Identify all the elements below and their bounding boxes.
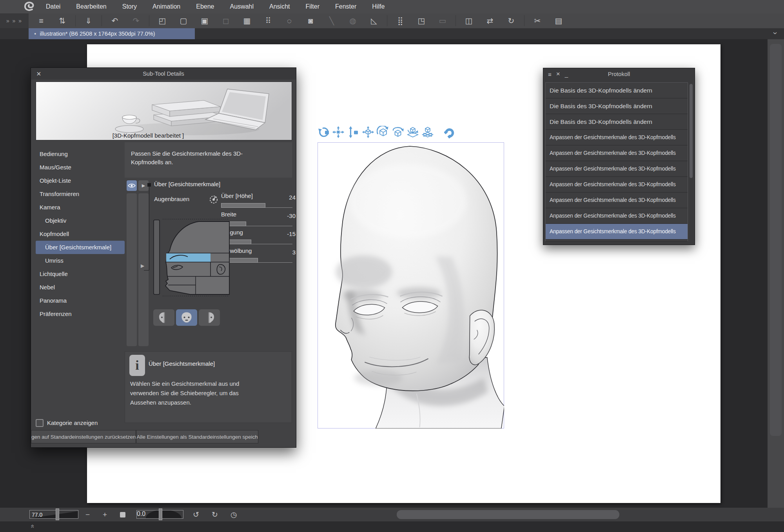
- zoom-slider[interactable]: 77.0: [29, 510, 78, 519]
- halftone-add-icon[interactable]: ⣿: [390, 13, 411, 28]
- menu-story[interactable]: Story: [114, 3, 145, 10]
- line-icon[interactable]: ╲: [321, 13, 342, 28]
- save-defaults-button[interactable]: Alle Einstellungen als Standardeinstellu…: [136, 430, 258, 443]
- sidebar-item-ueber-gesichtsmerkmale[interactable]: Über [Gesichtsmerkmale]: [36, 241, 125, 254]
- expand-column-track[interactable]: [138, 193, 149, 346]
- snap-magnet-icon[interactable]: [444, 125, 457, 139]
- sidebar-item-panorama[interactable]: Panorama: [36, 294, 125, 307]
- visibility-toggle-button[interactable]: [127, 180, 137, 191]
- glow-icon[interactable]: ◍: [342, 13, 363, 28]
- 3d-head-model[interactable]: [318, 142, 504, 429]
- menu-animation[interactable]: Animation: [145, 3, 188, 10]
- rotate-right-button[interactable]: ↻: [212, 508, 218, 521]
- sidebar-item-praeferenzen[interactable]: Präferenzen: [36, 307, 125, 321]
- camera-zoom-icon[interactable]: [347, 125, 360, 139]
- sidebar-item-umriss[interactable]: Umriss: [36, 254, 125, 267]
- head-profile-diagram[interactable]: [152, 215, 231, 298]
- ruler-icon[interactable]: ◺: [363, 13, 385, 28]
- history-item[interactable]: Anpassen der Gesichtsmerkmale des 3D-Kop…: [546, 208, 688, 224]
- sidebar-item-nebel[interactable]: Nebel: [36, 281, 125, 294]
- flip-horizontal-icon[interactable]: ◫: [458, 13, 479, 28]
- face-left-button[interactable]: [153, 309, 174, 326]
- history-scrollbar[interactable]: [690, 84, 693, 241]
- sidebar-item-objektiv[interactable]: Objektiv: [36, 214, 125, 227]
- export-icon[interactable]: ⇓: [78, 13, 99, 28]
- history-item[interactable]: Die Basis des 3D-Kopfmodells ändern: [546, 83, 688, 98]
- transform-icon[interactable]: ◻: [215, 13, 236, 28]
- fit-view-button[interactable]: [120, 512, 125, 517]
- undo-icon[interactable]: ↶: [104, 13, 125, 28]
- rotate-slider[interactable]: 0.0: [136, 510, 183, 519]
- menu-ebene[interactable]: Ebene: [188, 3, 222, 10]
- mask-icon[interactable]: ◙: [300, 13, 321, 28]
- rotate-slider-handle[interactable]: [159, 508, 162, 520]
- object-rotate-y-icon[interactable]: [391, 125, 405, 139]
- menu-bearbeiten[interactable]: Bearbeiten: [68, 3, 114, 10]
- folder-transfer-icon[interactable]: ▭: [432, 13, 453, 28]
- horizontal-scrollbar-thumb[interactable]: [397, 510, 619, 519]
- face-right-button[interactable]: [199, 309, 220, 326]
- menu-ansicht[interactable]: Ansicht: [261, 3, 298, 10]
- zoom-in-button[interactable]: +: [103, 508, 107, 521]
- slider-track[interactable]: [221, 222, 292, 226]
- column-play-icon[interactable]: ▶: [141, 263, 144, 269]
- menu-datei[interactable]: Datei: [38, 3, 68, 10]
- reset-defaults-button[interactable]: gen auf Standardeinstellungen zurücksetz…: [31, 430, 136, 443]
- menu-fenster[interactable]: Fenster: [327, 3, 364, 10]
- camera-pan-icon[interactable]: [332, 125, 345, 139]
- sidebar-item-objekt-liste[interactable]: Objekt-Liste: [36, 174, 125, 187]
- swap-canvas-icon[interactable]: ⇄: [479, 13, 501, 28]
- object-move-icon[interactable]: [361, 125, 375, 139]
- clipboard-icon[interactable]: ▤: [548, 13, 569, 28]
- paste-selection-icon[interactable]: ◳: [411, 13, 432, 28]
- object-rotate-icon[interactable]: [376, 125, 390, 139]
- collapse-panel-chevron-icon[interactable]: »: [28, 525, 36, 528]
- main-menu-icon[interactable]: ≡: [31, 13, 52, 28]
- visibility-column-track[interactable]: [127, 193, 137, 346]
- face-front-button[interactable]: [176, 309, 197, 326]
- zoom-slider-handle[interactable]: [56, 508, 59, 520]
- history-item[interactable]: Anpassen der Gesichtsmerkmale des 3D-Kop…: [546, 192, 688, 208]
- sidebar-item-kopfmodell[interactable]: Kopfmodell: [36, 227, 125, 241]
- grid-icon[interactable]: ▦: [236, 13, 258, 28]
- history-item[interactable]: Anpassen der Gesichtsmerkmale des 3D-Kop…: [546, 145, 688, 161]
- sidebar-item-kamera[interactable]: Kamera: [36, 201, 125, 214]
- history-item[interactable]: Anpassen der Gesichtsmerkmale des 3D-Kop…: [546, 177, 688, 192]
- duplicate-layer-icon[interactable]: ▣: [194, 13, 215, 28]
- palette-overflow-chevrons[interactable]: » » »: [0, 13, 29, 28]
- dialog-header[interactable]: × Sub-Tool Details: [31, 68, 296, 80]
- menu-auswahl[interactable]: Auswahl: [222, 3, 261, 10]
- slider-track[interactable]: [221, 240, 292, 244]
- history-item[interactable]: Anpassen der Gesichtsmerkmale des 3D-Kop…: [546, 224, 688, 240]
- camera-rotate-icon[interactable]: [317, 125, 330, 139]
- tab-list-chevron-icon[interactable]: ›: [771, 32, 780, 34]
- toolbar-expand-icon[interactable]: ⇅: [52, 13, 73, 28]
- rotate-left-button[interactable]: ↺: [193, 508, 199, 521]
- sidebar-item-transformieren[interactable]: Transformieren: [36, 187, 125, 201]
- vertical-scrollbar[interactable]: [768, 39, 784, 508]
- auto-select-icon[interactable]: ◌: [279, 13, 300, 28]
- redo-icon[interactable]: ↷: [125, 13, 147, 28]
- rotate-canvas-icon[interactable]: ↻: [501, 13, 522, 28]
- new-canvas-icon[interactable]: ◰: [152, 13, 173, 28]
- history-item[interactable]: Die Basis des 3D-Kopfmodells ändern: [546, 98, 688, 114]
- menu-filter[interactable]: Filter: [298, 3, 327, 10]
- reset-feature-icon[interactable]: [208, 194, 219, 205]
- history-item[interactable]: Anpassen der Gesichtsmerkmale des 3D-Kop…: [546, 161, 688, 177]
- history-item[interactable]: Anpassen der Gesichtsmerkmale des 3D-Kop…: [546, 130, 688, 145]
- document-tab[interactable]: ● illustration* (B6 2508 x 1764px 350dpi…: [29, 28, 195, 39]
- show-category-checkbox[interactable]: [36, 419, 44, 427]
- zoom-out-button[interactable]: −: [85, 508, 90, 521]
- slider-track[interactable]: [221, 203, 292, 208]
- object-move-plane-icon[interactable]: [421, 125, 434, 139]
- scissors-icon[interactable]: ✂: [527, 13, 548, 28]
- slider-track[interactable]: [221, 258, 292, 263]
- sidebar-item-lichtquelle[interactable]: Lichtquelle: [36, 267, 125, 281]
- object-rotate-plane-icon[interactable]: [406, 125, 419, 139]
- history-item[interactable]: Die Basis des 3D-Kopfmodells ändern: [546, 114, 688, 130]
- spray-icon[interactable]: ⠿: [258, 13, 279, 28]
- sidebar-item-bedienung[interactable]: Bedienung: [36, 147, 125, 161]
- menu-hilfe[interactable]: Hilfe: [364, 3, 392, 10]
- reset-view-button[interactable]: ◷: [230, 508, 237, 521]
- marquee-icon[interactable]: ▢: [173, 13, 194, 28]
